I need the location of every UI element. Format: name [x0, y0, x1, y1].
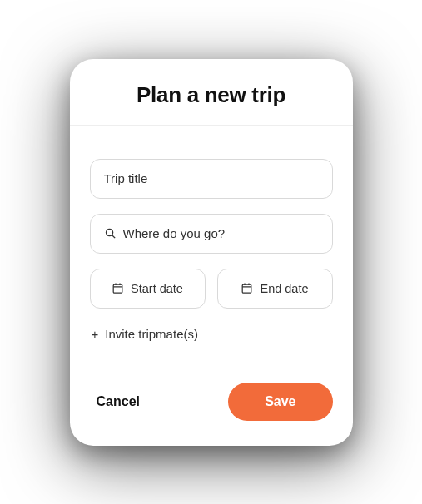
- svg-rect-6: [243, 284, 252, 293]
- modal-footer: Cancel Save: [70, 349, 353, 446]
- svg-rect-2: [113, 284, 122, 293]
- trip-title-input[interactable]: [104, 171, 319, 185]
- calendar-icon: [112, 282, 124, 294]
- modal-body: Start date End date + Invite tripmate(s): [70, 126, 353, 349]
- destination-field-wrapper[interactable]: [90, 214, 333, 254]
- invite-label: Invite tripmate(s): [105, 327, 198, 341]
- plus-icon: +: [92, 328, 99, 340]
- calendar-icon: [241, 282, 253, 294]
- plan-trip-modal: Plan a new trip Start date: [70, 59, 353, 446]
- date-row: Start date End date: [90, 269, 333, 309]
- trip-title-field-wrapper[interactable]: [90, 159, 333, 199]
- destination-input[interactable]: [123, 226, 319, 240]
- search-icon: [104, 227, 117, 240]
- start-date-label: Start date: [131, 282, 183, 295]
- end-date-field[interactable]: End date: [217, 269, 333, 309]
- start-date-field[interactable]: Start date: [90, 269, 206, 309]
- modal-title: Plan a new trip: [90, 82, 333, 108]
- invite-tripmates-button[interactable]: + Invite tripmate(s): [90, 324, 333, 341]
- save-button[interactable]: Save: [228, 383, 332, 421]
- cancel-button[interactable]: Cancel: [90, 384, 146, 419]
- modal-header: Plan a new trip: [70, 59, 353, 126]
- svg-line-1: [112, 235, 114, 238]
- end-date-label: End date: [260, 282, 308, 295]
- svg-point-0: [106, 230, 112, 236]
